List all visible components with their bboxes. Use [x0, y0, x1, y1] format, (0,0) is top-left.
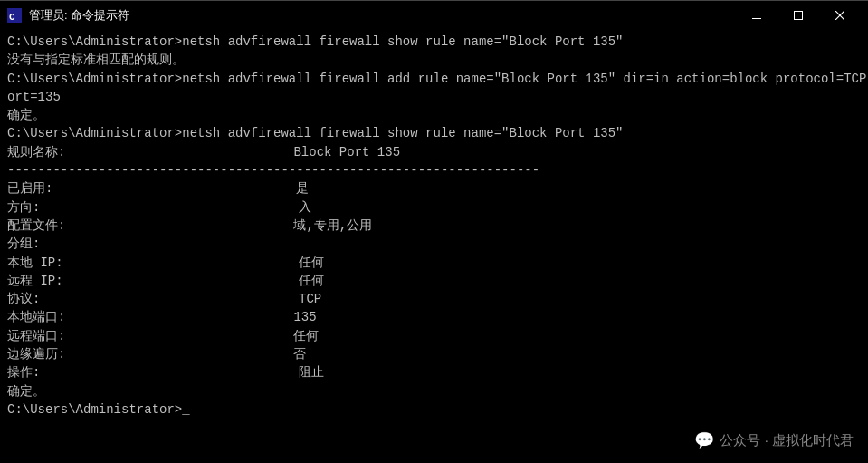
wechat-icon: 💬 [694, 429, 714, 452]
terminal-line: 没有与指定标准相匹配的规则。 [7, 51, 861, 69]
window-title: 管理员: 命令提示符 [29, 7, 129, 24]
terminal-line: 操作: 阻止 [7, 363, 861, 381]
terminal-line: C:\Users\Administrator>netsh advfirewall… [7, 33, 861, 51]
cmd-icon: C [7, 8, 22, 23]
terminal-line: ort=135 [7, 88, 861, 106]
terminal-content[interactable]: C:\Users\Administrator>netsh advfirewall… [0, 29, 868, 463]
terminal-line: 分组: [7, 235, 861, 253]
title-bar: C 管理员: 命令提示符 [0, 0, 868, 29]
terminal-line: 确定。 [7, 382, 861, 400]
svg-text:C: C [9, 12, 15, 23]
watermark-text: 公众号 · 虚拟化时代君 [720, 430, 854, 450]
minimize-button[interactable] [736, 1, 777, 30]
terminal-line: 确定。 [7, 106, 861, 124]
terminal-line: 规则名称: Block Port 135 [7, 143, 861, 161]
terminal-line: C:\Users\Administrator>netsh advfirewall… [7, 124, 861, 142]
terminal-line: 远程 IP: 任何 [7, 272, 861, 290]
close-button[interactable] [819, 1, 861, 30]
terminal-line: 方向: 入 [7, 198, 861, 217]
terminal-line: 已启用: 是 [7, 179, 861, 198]
svg-rect-2 [752, 18, 761, 19]
terminal-line: 远程端口: 任何 [7, 327, 861, 345]
title-bar-left: C 管理员: 命令提示符 [7, 7, 129, 24]
terminal-line: 边缘遍历: 否 [7, 345, 861, 363]
terminal-line: 协议: TCP [7, 290, 861, 308]
terminal-line: 本地端口: 135 [7, 308, 861, 326]
svg-rect-3 [795, 11, 803, 19]
terminal-line: C:\Users\Administrator>netsh advfirewall… [7, 70, 861, 88]
watermark: 💬 公众号 · 虚拟化时代君 [694, 429, 854, 452]
terminal-line: 配置文件: 域,专用,公用 [7, 217, 861, 235]
terminal-line: ----------------------------------------… [7, 161, 861, 179]
maximize-button[interactable] [777, 1, 819, 30]
window-controls [736, 1, 861, 30]
terminal-line: C:\Users\Administrator>_ [7, 400, 861, 419]
terminal-line: 本地 IP: 任何 [7, 254, 861, 272]
